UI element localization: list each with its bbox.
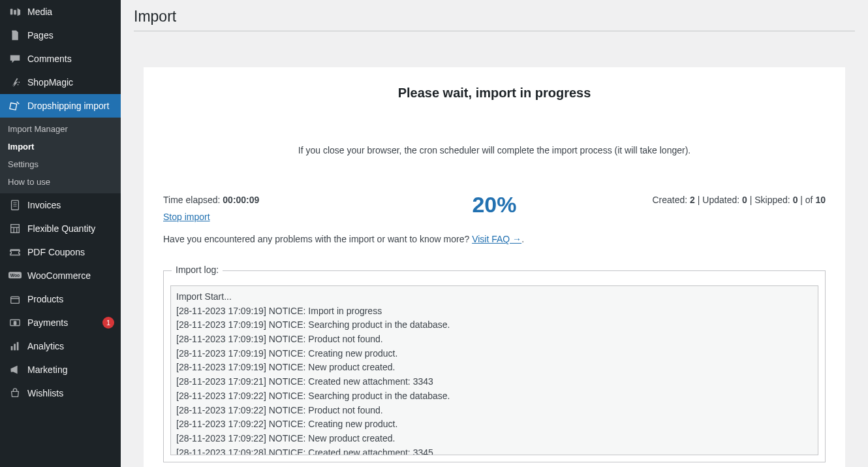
sidebar-item-marketing[interactable]: Marketing	[0, 358, 121, 381]
progress-heading: Please wait, import in progress	[163, 86, 826, 101]
wishlists-icon	[8, 387, 22, 399]
sidebar-label: Wishlists	[27, 387, 114, 399]
flexqty-icon	[8, 223, 22, 234]
sidebar-label: PDF Coupons	[27, 246, 114, 258]
elapsed-label: Time elapsed:	[163, 195, 223, 205]
status-row: Time elapsed: 00:00:09 Stop import 20% C…	[163, 195, 826, 222]
svg-rect-9	[11, 225, 20, 233]
svg-rect-1	[14, 10, 16, 14]
sidebar-item-dropshipping[interactable]: Dropshipping import	[0, 94, 121, 118]
pages-icon	[8, 29, 22, 41]
svg-rect-0	[10, 9, 13, 15]
total-count: 10	[815, 195, 826, 205]
pdfcoupons-icon	[8, 246, 22, 258]
progress-percent: 20%	[384, 192, 604, 217]
log-line: Import Start...	[176, 290, 813, 304]
sidebar-label: Invoices	[27, 199, 114, 211]
log-line: [28-11-2023 17:09:22] NOTICE: Creating n…	[176, 417, 813, 432]
progress-note: If you close your browser, the cron sche…	[163, 145, 826, 155]
active-pointer-icon	[121, 101, 126, 111]
svg-rect-5	[12, 201, 19, 210]
sidebar-item-comments[interactable]: Comments	[0, 47, 121, 71]
svg-rect-20	[11, 346, 13, 350]
analytics-icon	[8, 340, 22, 352]
sidebar-item-analytics[interactable]: Analytics	[0, 334, 121, 358]
import-log-fieldset: Import log: Import Start...[28-11-2023 1…	[163, 270, 826, 462]
submenu-settings[interactable]: Settings	[0, 155, 121, 173]
invoices-icon	[8, 199, 22, 211]
sidebar-label: WooCommerce	[27, 270, 114, 282]
updated-count: 0	[742, 195, 747, 205]
svg-rect-16	[11, 297, 20, 303]
submenu-import[interactable]: Import	[0, 138, 121, 155]
faq-link[interactable]: Visit FAQ →	[472, 234, 521, 244]
media-icon	[8, 6, 22, 18]
sidebar-item-pdfcoupons[interactable]: PDF Coupons	[0, 240, 121, 264]
woocommerce-icon: Woo	[8, 271, 22, 280]
sidebar-label: Flexible Quantity	[27, 223, 114, 234]
import-panel: Please wait, import in progress If you c…	[144, 67, 845, 467]
log-line: [28-11-2023 17:09:19] NOTICE: Creating n…	[176, 347, 813, 361]
sidebar-item-woocommerce[interactable]: Woo WooCommerce	[0, 264, 121, 287]
sidebar-label: Comments	[27, 53, 114, 65]
import-log-box[interactable]: Import Start...[28-11-2023 17:09:19] NOT…	[170, 285, 818, 455]
import-log-legend: Import log:	[172, 265, 223, 275]
log-line: [28-11-2023 17:09:19] NOTICE: Searching …	[176, 318, 813, 332]
sidebar-label: ShopMagic	[27, 76, 114, 88]
log-line: [28-11-2023 17:09:22] NOTICE: Searching …	[176, 389, 813, 404]
status-left: Time elapsed: 00:00:09 Stop import	[163, 195, 384, 222]
sidebar-item-pages[interactable]: Pages	[0, 24, 121, 47]
sidebar-submenu: Import Manager Import Settings How to us…	[0, 118, 121, 193]
dropshipping-icon	[8, 100, 22, 112]
svg-rect-22	[17, 342, 19, 351]
sidebar-item-shopmagic[interactable]: ShopMagic	[0, 71, 121, 94]
log-line: [28-11-2023 17:09:21] NOTICE: Created ne…	[176, 375, 813, 389]
sidebar-label: Products	[27, 293, 114, 305]
shopmagic-icon	[8, 76, 22, 88]
svg-point-3	[18, 84, 19, 86]
svg-text:Woo: Woo	[10, 273, 20, 278]
sidebar-label: Pages	[27, 29, 114, 41]
created-count: 2	[690, 195, 695, 205]
sidebar-label: Payments	[27, 317, 99, 329]
log-line: [28-11-2023 17:09:28] NOTICE: Created ne…	[176, 446, 813, 455]
sidebar-item-wishlists[interactable]: Wishlists	[0, 381, 121, 405]
payments-icon: $	[8, 317, 22, 329]
marketing-icon	[8, 364, 22, 376]
sidebar-label: Media	[27, 6, 114, 18]
main-content: Import Please wait, import in progress I…	[121, 0, 868, 467]
faq-line: Have you encountered any problems with t…	[163, 234, 826, 244]
sidebar-item-invoices[interactable]: Invoices	[0, 193, 121, 217]
status-counts: Created: 2 | Updated: 0 | Skipped: 0 | o…	[605, 195, 826, 205]
sidebar-label: Dropshipping import	[27, 100, 114, 112]
svg-rect-13	[10, 250, 20, 251]
log-line: [28-11-2023 17:09:19] NOTICE: Import in …	[176, 304, 813, 319]
sidebar-item-payments[interactable]: $ Payments 1	[0, 311, 121, 334]
stop-import-link[interactable]: Stop import	[163, 212, 210, 222]
admin-sidebar: Media Pages Comments ShopMagic Dropshipp	[0, 0, 121, 467]
log-line: [28-11-2023 17:09:19] NOTICE: New produc…	[176, 361, 813, 375]
sidebar-label: Marketing	[27, 364, 114, 376]
products-icon	[8, 293, 22, 305]
log-line: [28-11-2023 17:09:22] NOTICE: New produc…	[176, 432, 813, 446]
svg-rect-21	[14, 344, 16, 350]
sidebar-item-media[interactable]: Media	[0, 0, 121, 24]
svg-rect-23	[11, 368, 13, 372]
sidebar-label: Analytics	[27, 340, 114, 352]
page-title: Import	[134, 0, 855, 31]
sidebar-item-flexqty[interactable]: Flexible Quantity	[0, 217, 121, 240]
submenu-howtouse[interactable]: How to use	[0, 173, 121, 191]
comments-icon	[8, 53, 22, 65]
payments-badge: 1	[102, 317, 114, 329]
svg-point-4	[18, 82, 20, 83]
sidebar-item-products[interactable]: Products	[0, 287, 121, 311]
elapsed-value: 00:00:09	[223, 195, 259, 205]
svg-text:$: $	[14, 320, 16, 326]
submenu-import-manager[interactable]: Import Manager	[0, 120, 121, 138]
log-line: [28-11-2023 17:09:19] NOTICE: Product no…	[176, 332, 813, 347]
log-line: [28-11-2023 17:09:22] NOTICE: Product no…	[176, 404, 813, 418]
